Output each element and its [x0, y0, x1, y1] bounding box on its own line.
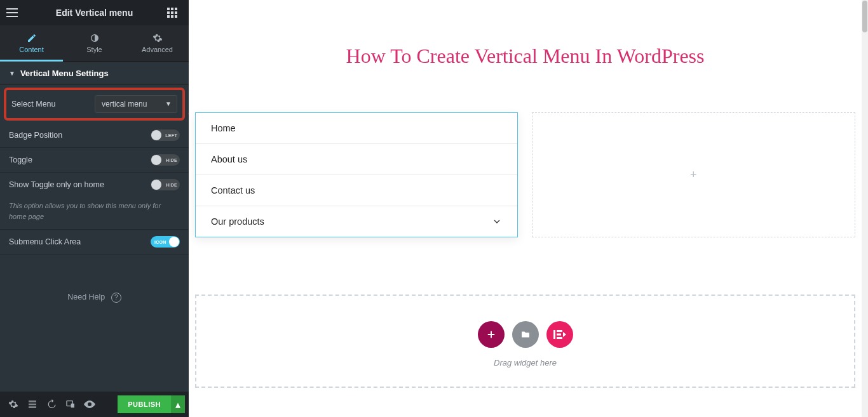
publish-group: PUBLISH ▴: [118, 395, 185, 413]
submenu-click-toggle[interactable]: ICON: [151, 236, 180, 248]
menu-item-products[interactable]: Our products: [196, 206, 517, 237]
menu-item-about[interactable]: About us: [196, 144, 517, 175]
scrollbar-thumb[interactable]: [862, 1, 867, 32]
editor-sidebar: Edit Vertical menu Content Style Advance…: [0, 0, 189, 417]
row-show-toggle-home: Show Toggle only on home HIDE: [0, 173, 189, 197]
badge-position-toggle[interactable]: LEFT: [151, 129, 180, 141]
empty-column[interactable]: +: [532, 112, 856, 237]
toggle-label: Toggle: [9, 156, 151, 164]
tab-advanced[interactable]: Advanced: [126, 25, 189, 62]
caret-down-icon: ▼: [9, 70, 15, 77]
dropzone-actions: [196, 321, 854, 348]
menu-icon[interactable]: [6, 8, 22, 17]
section-columns: Home About us Contact us Our products +: [189, 112, 862, 263]
svg-rect-5: [175, 11, 177, 14]
show-toggle-home-hint: This option allows you to show this menu…: [0, 197, 189, 230]
publish-button[interactable]: PUBLISH: [118, 395, 171, 413]
menu-item-home[interactable]: Home: [196, 113, 517, 144]
svg-rect-12: [553, 330, 555, 339]
row-badge-position: Badge Position LEFT: [0, 123, 189, 148]
panel-tabs: Content Style Advanced: [0, 25, 189, 62]
tab-style[interactable]: Style: [63, 25, 126, 62]
show-toggle-home-label: Show Toggle only on home: [9, 180, 151, 189]
vertical-scrollbar[interactable]: [862, 0, 868, 417]
select-menu-highlight: Select Menu vertical menu ▼: [4, 88, 185, 121]
page-title: How To Create Vertical Menu In WordPress: [189, 44, 862, 68]
show-toggle-home-toggle[interactable]: HIDE: [151, 179, 180, 190]
svg-rect-15: [557, 337, 562, 339]
select-menu-label: Select Menu: [11, 100, 95, 109]
tab-content[interactable]: Content: [0, 25, 63, 62]
plus-icon: +: [690, 168, 697, 182]
vertical-menu-widget: Home About us Contact us Our products: [195, 112, 518, 237]
toggle-toggle[interactable]: HIDE: [151, 154, 180, 166]
submenu-click-label: Submenu Click Area: [9, 237, 151, 246]
svg-rect-8: [175, 15, 177, 18]
svg-rect-2: [175, 8, 177, 10]
chevron-down-icon: [492, 216, 502, 227]
select-menu-dropdown[interactable]: vertical menu ▼: [95, 95, 177, 113]
elementskit-button[interactable]: [546, 321, 573, 348]
chevron-down-icon: ▼: [165, 100, 172, 107]
svg-rect-6: [167, 15, 170, 18]
svg-rect-0: [167, 8, 170, 10]
publish-caret[interactable]: ▴: [171, 395, 185, 413]
need-help-link[interactable]: Need Help ?: [0, 255, 189, 341]
select-menu-value: vertical menu: [102, 100, 147, 109]
svg-rect-1: [171, 8, 173, 10]
help-icon: ?: [111, 293, 121, 303]
tab-label: Content: [19, 46, 44, 53]
responsive-icon[interactable]: [61, 395, 80, 414]
navigator-icon[interactable]: [23, 395, 42, 414]
preview-canvas: How To Create Vertical Menu In WordPress…: [189, 0, 862, 417]
section-vertical-menu-settings[interactable]: ▼ Vertical Menu Settings: [0, 62, 189, 85]
svg-rect-11: [71, 404, 74, 408]
new-section-dropzone[interactable]: Drag widget here: [195, 295, 855, 388]
sidebar-header: Edit Vertical menu: [0, 0, 189, 25]
svg-rect-3: [167, 11, 170, 14]
tab-label: Style: [86, 46, 102, 53]
history-icon[interactable]: [42, 395, 61, 414]
row-toggle: Toggle HIDE: [0, 148, 189, 173]
menu-item-contact[interactable]: Contact us: [196, 175, 517, 206]
apps-icon[interactable]: [167, 8, 182, 18]
svg-rect-4: [171, 11, 173, 14]
badge-position-label: Badge Position: [9, 131, 151, 140]
section-title: Vertical Menu Settings: [20, 69, 180, 78]
sidebar-footer: PUBLISH ▴: [0, 392, 189, 417]
row-submenu-click: Submenu Click Area ICON: [0, 230, 189, 255]
tab-label: Advanced: [142, 46, 173, 53]
preview-icon[interactable]: [80, 395, 99, 414]
svg-rect-13: [557, 330, 562, 332]
svg-rect-14: [557, 334, 561, 336]
panel-title: Edit Vertical menu: [22, 8, 167, 18]
settings-icon[interactable]: [4, 395, 23, 414]
column-1[interactable]: Home About us Contact us Our products: [195, 112, 518, 237]
dropzone-label: Drag widget here: [196, 358, 854, 367]
add-section-button[interactable]: [478, 321, 505, 348]
svg-rect-7: [171, 15, 173, 18]
template-library-button[interactable]: [512, 321, 539, 348]
